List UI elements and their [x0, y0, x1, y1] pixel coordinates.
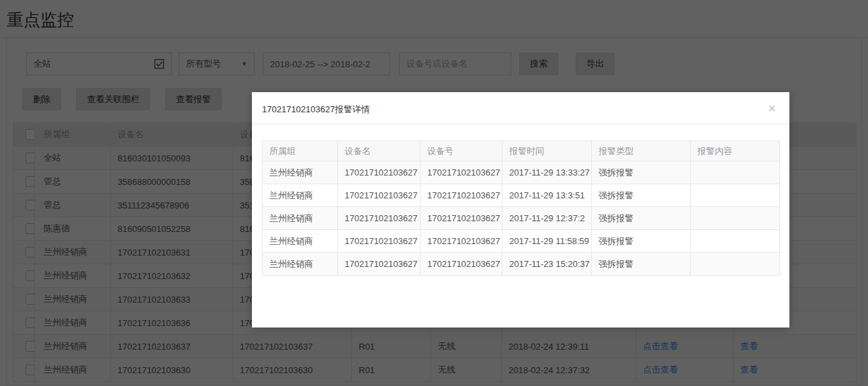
cell-type: 强拆报警	[592, 161, 691, 184]
cell-content	[691, 253, 780, 276]
cell-name: 170217102103627	[338, 207, 421, 230]
header-name: 设备名	[338, 141, 421, 161]
cell-number: 170217102103627	[421, 161, 503, 184]
cell-number: 170217102103627	[421, 230, 503, 253]
cell-type: 强拆报警	[592, 184, 691, 207]
table-row: 兰州经销商1702171021036271702171021036272017-…	[263, 230, 780, 253]
cell-number: 170217102103627	[421, 184, 503, 207]
close-icon[interactable]: ×	[764, 100, 780, 116]
cell-content	[691, 161, 780, 184]
cell-content	[691, 230, 780, 253]
header-time: 报警时间	[503, 141, 592, 161]
table-row: 兰州经销商1702171021036271702171021036272017-…	[263, 253, 780, 276]
modal-title: 170217102103627报警详情	[262, 104, 370, 114]
header-type: 报警类型	[592, 141, 691, 161]
cell-type: 强拆报警	[592, 253, 691, 276]
alarm-details-modal: 170217102103627报警详情 × 所属组 设备名 设备号 报警时间 报…	[252, 92, 789, 327]
header-content: 报警内容	[691, 141, 780, 161]
table-row: 兰州经销商1702171021036271702171021036272017-…	[263, 161, 780, 184]
cell-type: 强拆报警	[592, 230, 691, 253]
cell-group: 兰州经销商	[263, 230, 338, 253]
cell-name: 170217102103627	[338, 230, 421, 253]
cell-name: 170217102103627	[338, 253, 421, 276]
table-row: 兰州经销商1702171021036271702171021036272017-…	[263, 207, 780, 230]
cell-time: 2017-11-29 13:3:51	[503, 184, 592, 207]
cell-content	[691, 207, 780, 230]
cell-time: 2017-11-29 12:37:2	[503, 207, 592, 230]
alarm-table-header-row: 所属组 设备名 设备号 报警时间 报警类型 报警内容	[263, 141, 780, 161]
table-row: 兰州经销商1702171021036271702171021036272017-…	[263, 184, 780, 207]
cell-time: 2017-11-23 15:20:37	[503, 253, 592, 276]
cell-time: 2017-11-29 11:58:59	[503, 230, 592, 253]
cell-number: 170217102103627	[421, 207, 503, 230]
cell-group: 兰州经销商	[263, 184, 338, 207]
modal-body: 所属组 设备名 设备号 报警时间 报警类型 报警内容 兰州经销商17021710…	[252, 124, 789, 276]
cell-name: 170217102103627	[338, 161, 421, 184]
cell-group: 兰州经销商	[263, 253, 338, 276]
modal-header: 170217102103627报警详情 ×	[252, 92, 789, 124]
cell-number: 170217102103627	[421, 253, 503, 276]
cell-group: 兰州经销商	[263, 161, 338, 184]
cell-type: 强拆报警	[592, 207, 691, 230]
cell-time: 2017-11-29 13:33:27	[503, 161, 592, 184]
cell-name: 170217102103627	[338, 184, 421, 207]
header-number: 设备号	[421, 141, 503, 161]
alarm-table: 所属组 设备名 设备号 报警时间 报警类型 报警内容 兰州经销商17021710…	[262, 141, 780, 276]
cell-group: 兰州经销商	[263, 207, 338, 230]
header-group: 所属组	[263, 141, 338, 161]
cell-content	[691, 184, 780, 207]
